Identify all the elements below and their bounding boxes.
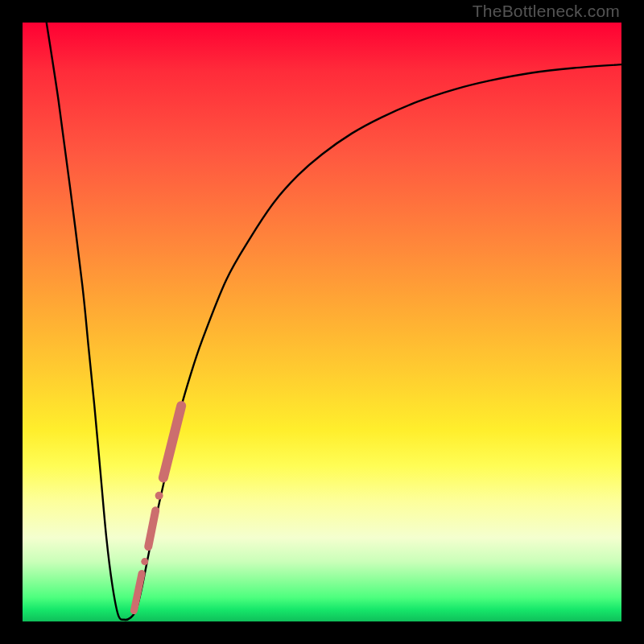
plot-area xyxy=(23,23,621,621)
marker-layer xyxy=(23,23,621,621)
gap-dot-2 xyxy=(141,558,148,565)
segment-bottom xyxy=(134,573,142,610)
segment-top xyxy=(163,406,181,477)
watermark-text: TheBottleneck.com xyxy=(473,2,620,21)
segment-mid xyxy=(148,510,155,547)
gap-dot-1 xyxy=(155,492,163,500)
outer-frame: TheBottleneck.com xyxy=(0,0,644,644)
